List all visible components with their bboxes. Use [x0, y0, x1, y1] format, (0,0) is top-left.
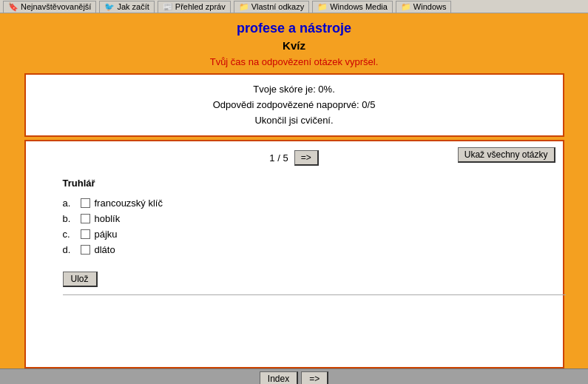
- score-line3: Ukončil jsi cvičení.: [41, 113, 548, 129]
- question-text: Truhlář: [63, 178, 555, 189]
- tab-jak-zacit[interactable]: 🐦 Jak začít: [99, 1, 154, 13]
- tab-windows-media[interactable]: 📁 Windows Media: [312, 1, 393, 13]
- score-line2: Odpovědi zodpovězené napoprvé: 0/5: [41, 98, 548, 113]
- bottom-navigation: Index =>: [0, 368, 588, 384]
- answer-item-c: c. pájku: [63, 229, 555, 240]
- answer-checkbox-b[interactable]: [81, 214, 90, 223]
- browser-toolbar: 🔖 Nejnavštěvovanější 🐦 Jak začít 📰 Přehl…: [0, 0, 588, 13]
- tab-windows[interactable]: 📁 Windows: [396, 1, 452, 13]
- question-counter: 1 / 5: [269, 152, 288, 164]
- answer-text-a: francouzský klíč: [95, 198, 163, 209]
- answer-item-d: d. dláto: [63, 244, 555, 255]
- page-content: profese a nástroje Kvíz Tvůj čas na odpo…: [0, 13, 588, 368]
- quiz-panel: Ukaž všechny otázky 1 / 5 => Truhlář a. …: [24, 140, 564, 368]
- answer-text-c: pájku: [95, 229, 118, 240]
- folder-icon-1: 📁: [239, 2, 249, 12]
- bottom-next-button[interactable]: =>: [301, 371, 328, 384]
- show-all-questions-button[interactable]: Ukaž všechny otázky: [458, 147, 555, 163]
- quiz-divider: [63, 294, 566, 295]
- answer-label-d: d.: [63, 244, 76, 255]
- news-icon: 📰: [163, 2, 173, 12]
- answer-checkbox-d[interactable]: [81, 245, 90, 255]
- answers-list: a. francouzský klíč b. hoblík c. pájku d…: [63, 198, 555, 255]
- bird-icon: 🐦: [104, 2, 115, 12]
- save-button[interactable]: Ulož: [63, 272, 98, 287]
- answer-label-a: a.: [63, 198, 76, 209]
- time-expired-message: Tvůj čas na odpovězení otázek vypršel.: [210, 56, 379, 67]
- page-title: profese a nástroje: [237, 21, 351, 36]
- tab-prehled-zprav[interactable]: 📰 Přehled zpráv: [158, 1, 231, 13]
- answer-item-b: b. hoblík: [63, 213, 555, 224]
- tab-vlastni-odkazy[interactable]: 📁 Vlastní odkazy: [234, 1, 310, 13]
- folder-icon-2: 📁: [317, 2, 328, 12]
- bookmark-icon: 🔖: [8, 2, 18, 12]
- answer-item-a: a. francouzský klíč: [63, 198, 555, 209]
- next-question-button[interactable]: =>: [294, 150, 319, 166]
- answer-text-b: hoblík: [95, 213, 121, 224]
- tab-nejnavstevovanejsi[interactable]: 🔖 Nejnavštěvovanější: [3, 1, 96, 13]
- folder-icon-3: 📁: [401, 2, 411, 12]
- score-box: Tvoje skóre je: 0%. Odpovědi zodpovězené…: [24, 73, 564, 137]
- answer-label-c: c.: [63, 229, 76, 240]
- index-button[interactable]: Index: [260, 371, 298, 384]
- quiz-label: Kvíz: [283, 39, 305, 52]
- answer-checkbox-c[interactable]: [81, 229, 90, 239]
- answer-checkbox-a[interactable]: [81, 198, 90, 208]
- answer-label-b: b.: [63, 213, 76, 224]
- answer-text-d: dláto: [95, 244, 115, 255]
- score-line1: Tvoje skóre je: 0%.: [41, 82, 548, 98]
